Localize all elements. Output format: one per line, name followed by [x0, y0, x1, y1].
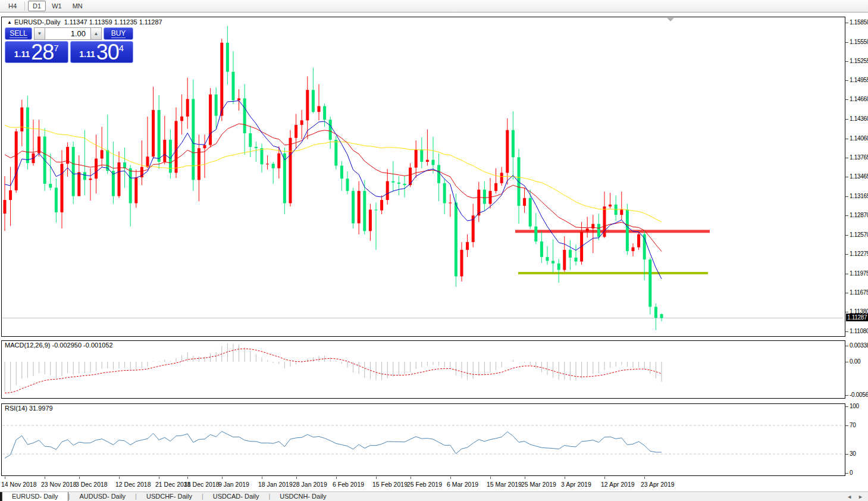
- collapse-trade-panel-icon[interactable]: ▲: [7, 20, 12, 25]
- time-axis-label: 3 Dec 2018: [76, 481, 108, 488]
- price-axis-label-tick: [845, 293, 848, 293]
- timeframe-button-d1[interactable]: D1: [28, 1, 46, 11]
- price-axis-label-tick: [845, 312, 848, 312]
- volume-decrease-button[interactable]: ▼: [34, 27, 45, 40]
- price-axis-label-tick: [845, 80, 848, 81]
- time-axis-label: 14 Nov 2018: [1, 481, 37, 488]
- price-chart-canvas[interactable]: [2, 17, 844, 335]
- mt4-window: H4D1W1MN ▲EURUSD-,Daily 1.11347 1.11359 …: [0, 0, 868, 501]
- time-axis-tick: [450, 477, 451, 479]
- price-axis-label: 1.15550: [850, 39, 868, 45]
- buy-button[interactable]: BUY: [104, 27, 133, 40]
- timeframe-button-mn[interactable]: MN: [68, 1, 87, 11]
- price-axis-label: 1.14360: [850, 115, 868, 122]
- timeframe-button-w1[interactable]: W1: [47, 1, 67, 11]
- price-axis-label-tick: [845, 274, 848, 274]
- time-axis-label: 18 Jan 2019: [258, 481, 293, 488]
- price-axis-label: 1.14955: [850, 77, 868, 83]
- price-axis-label-tick: [845, 215, 848, 216]
- buy-price-button[interactable]: 1.11304: [70, 41, 134, 63]
- chevron-down-icon: ▼: [37, 31, 42, 36]
- volume-increase-button[interactable]: ▲: [90, 27, 102, 40]
- price-axis-label-tick: [845, 158, 848, 158]
- price-axis-label: 1.11975: [850, 270, 868, 277]
- volume-input[interactable]: [45, 27, 90, 40]
- time-axis-tick: [187, 477, 188, 479]
- price-axis-label: 1.14060: [850, 135, 868, 142]
- macd-label: MACD(12,26,9) -0.002950 -0.001052: [5, 342, 113, 349]
- price-axis-label: 1.13765: [850, 154, 868, 161]
- price-axis-label: 1.12570: [850, 231, 868, 238]
- price-axis-label-tick: [845, 331, 848, 332]
- time-axis-label: 15 Mar 2019: [487, 481, 522, 488]
- rsi-axis-label-tick: [845, 425, 848, 426]
- time-axis-label: 6 Mar 2019: [447, 481, 478, 488]
- macd-axis-label-tick: [845, 346, 848, 346]
- time-axis-tick: [565, 477, 565, 479]
- time-axis-tick: [411, 477, 411, 479]
- chart-symbol-period: EURUSD-,Daily: [14, 18, 61, 26]
- price-axis-label: 1.14660: [850, 96, 868, 102]
- chart-tab-audusd[interactable]: AUDUSD- Daily: [70, 492, 135, 501]
- price-axis-label-tick: [845, 119, 848, 120]
- chart-title: ▲EURUSD-,Daily 1.11347 1.11359 1.11235 1…: [7, 18, 162, 26]
- chart-tab-usdchf[interactable]: USDCHF- Daily: [137, 492, 202, 501]
- price-axis-label-tick: [845, 196, 848, 197]
- time-axis-label: 25 Feb 2019: [407, 481, 442, 488]
- macd-axis-label-tick: [845, 362, 848, 362]
- rsi-axis-label-tick: [845, 473, 848, 474]
- time-axis-tick: [376, 477, 377, 479]
- chart-tab-bar: EURUSD- Daily|AUDUSD- Daily|USDCHF- Dail…: [0, 491, 868, 501]
- time-axis-label: 15 Feb 2019: [372, 481, 408, 488]
- time-axis-tick: [336, 477, 337, 479]
- time-axis-label: 9 Jan 2019: [218, 481, 249, 488]
- current-price-tag: 1.11287: [846, 314, 868, 321]
- timeframe-button-h4[interactable]: H4: [4, 1, 21, 11]
- tab-scroll-left-icon[interactable]: ◄: [847, 494, 852, 500]
- price-axis-label: 1.13465: [850, 173, 868, 180]
- time-axis-tick: [525, 477, 525, 479]
- time-axis-label: 12 Dec 2018: [115, 481, 151, 488]
- time-axis-label: 31 Dec 2018: [184, 481, 220, 488]
- tabs-holder: EURUSD- Daily|AUDUSD- Daily|USDCHF- Dail…: [2, 492, 336, 501]
- price-axis-label: 1.13165: [850, 193, 868, 199]
- time-axis-tick: [604, 477, 605, 479]
- time-axis-tick: [45, 477, 45, 479]
- price-axis: 1.158501.155501.152551.149551.146601.143…: [845, 17, 868, 491]
- rsi-canvas[interactable]: [2, 404, 844, 474]
- time-axis-tick: [159, 477, 159, 479]
- chevron-up-icon: ▲: [94, 31, 99, 36]
- sell-button[interactable]: SELL: [5, 27, 32, 40]
- price-axis-label-tick: [845, 235, 848, 236]
- time-axis-label: 23 Nov 2018: [41, 481, 77, 488]
- rsi-axis-label: 70: [850, 422, 856, 428]
- time-axis-tick: [79, 477, 80, 479]
- price-axis-label-tick: [845, 177, 848, 177]
- price-axis-label: 1.12275: [850, 250, 868, 257]
- price-axis-label-tick: [845, 61, 848, 62]
- price-axis-label-tick: [845, 99, 848, 100]
- macd-pane: [1, 340, 845, 399]
- time-axis-label: 23 Apr 2019: [641, 481, 675, 488]
- tab-scroll-right-icon[interactable]: ►: [858, 494, 863, 500]
- rsi-axis-label: 30: [850, 450, 856, 457]
- time-axis-tick: [5, 477, 5, 479]
- chart-tab-usdcad[interactable]: USDCAD- Daily: [203, 492, 269, 501]
- chart-ohlc-values: 1.11347 1.11359 1.11235 1.11287: [64, 18, 162, 26]
- rsi-pane: [1, 403, 845, 476]
- tab-scroll-arrows: ◄ ►: [847, 492, 863, 501]
- time-axis-label: 12 Apr 2019: [601, 481, 635, 488]
- chart-tab-eurusd[interactable]: EURUSD- Daily: [2, 492, 68, 501]
- macd-axis-label: 0.00: [850, 358, 860, 365]
- rsi-label: RSI(14) 31.9979: [5, 405, 53, 412]
- chart-tab-usdcnh[interactable]: USDCNH- Daily: [270, 492, 336, 501]
- timeframe-toolbar: H4D1W1MN: [0, 0, 868, 12]
- sell-price-button[interactable]: 1.11287: [5, 41, 68, 63]
- rsi-axis-label: 100: [850, 403, 859, 409]
- macd-canvas[interactable]: [2, 341, 844, 397]
- rsi-axis-label-tick: [845, 406, 848, 407]
- time-axis-tick: [644, 477, 645, 479]
- time-axis: 14 Nov 201823 Nov 20183 Dec 201812 Dec 2…: [0, 477, 868, 491]
- price-axis-label-tick: [845, 139, 848, 139]
- macd-axis-label-tick: [845, 395, 848, 396]
